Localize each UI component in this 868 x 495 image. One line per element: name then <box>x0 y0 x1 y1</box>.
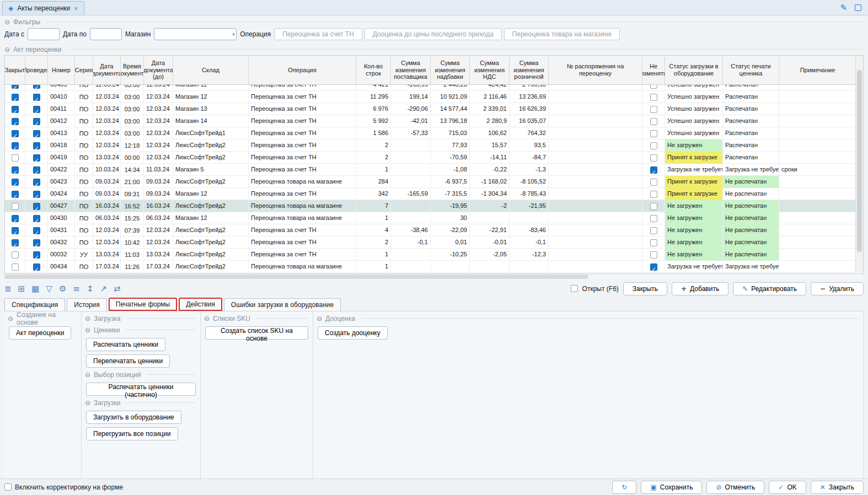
vertical-scrollbar-thumb[interactable] <box>857 70 862 252</box>
collapse-filters-icon[interactable]: ⊖ <box>4 18 10 26</box>
closed-checkbox[interactable] <box>12 263 19 271</box>
column-header[interactable]: Статус загрузки в оборудование <box>665 56 723 84</box>
posted-checkbox[interactable] <box>33 106 40 113</box>
action-button[interactable]: Акт переоценки <box>9 326 71 340</box>
no-change-checkbox[interactable] <box>650 203 657 210</box>
table-row[interactable]: 00427ПО16.03.2416:5216.03.24ЛюксСофтТрей… <box>5 200 856 212</box>
column-header[interactable]: Кол-во строк <box>356 56 391 84</box>
edit-icon[interactable]: ✎ <box>840 3 847 13</box>
posted-checkbox[interactable] <box>33 118 40 125</box>
collapse-icon[interactable]: ⊖ <box>85 399 90 407</box>
add-button[interactable]: +Добавить <box>672 282 728 295</box>
table-row[interactable]: 00432ПО12.03.2410:4212.03.24ЛюксСофтТрей… <box>5 236 856 249</box>
column-header[interactable]: Примечание <box>779 56 856 84</box>
close-button[interactable]: ✕Закрыть <box>811 481 864 494</box>
posted-checkbox[interactable] <box>33 154 40 162</box>
closed-checkbox[interactable] <box>12 227 19 234</box>
posted-checkbox[interactable] <box>33 85 40 89</box>
horizontal-scrollbar-thumb[interactable] <box>4 275 588 279</box>
no-change-checkbox[interactable] <box>650 263 657 271</box>
no-change-checkbox[interactable] <box>650 142 657 149</box>
no-change-checkbox[interactable] <box>650 154 657 162</box>
form-correction-checkbox[interactable] <box>4 483 12 491</box>
table-row[interactable]: 00424ПО09.03.2409:3109.03.24Магазин 12Пе… <box>5 188 856 200</box>
table-row[interactable]: 00413ПО12.03.2403:0012.03.24ЛюксСофтТрей… <box>5 127 856 139</box>
vertical-scrollbar[interactable] <box>855 56 863 273</box>
closed-checkbox[interactable] <box>12 130 19 137</box>
sort-list-icon[interactable]: ↕ <box>87 284 94 294</box>
closed-checkbox[interactable] <box>12 142 19 149</box>
table-row[interactable]: 00434ПО17.03.2411:2617.03.24ЛюксСофтТрей… <box>5 261 856 273</box>
chevron-down-icon[interactable]: ▾ <box>232 32 234 37</box>
posted-checkbox[interactable] <box>33 239 40 246</box>
store-input[interactable] <box>154 28 237 40</box>
tab-действия[interactable]: Действия <box>179 298 222 311</box>
closed-checkbox[interactable] <box>12 239 19 246</box>
posted-checkbox[interactable] <box>33 227 40 234</box>
table-row[interactable]: 00032УУ13.03.2411:0313.03.24ЛюксСофтТрей… <box>5 249 856 261</box>
table-row[interactable]: 00418ПО12.03.2412:1812.03.24ЛюксСофтТрей… <box>5 139 856 152</box>
cancel-button[interactable]: ⊘Отменить <box>706 481 764 494</box>
column-header[interactable]: Дата документа (до) <box>144 56 173 84</box>
tab-ошибки-загрузки-в-оборудование[interactable]: Ошибки загрузки в оборудование <box>224 298 341 311</box>
no-change-checkbox[interactable] <box>650 106 657 113</box>
closed-checkbox[interactable] <box>12 118 19 125</box>
table-row[interactable]: 00431ПО12.03.2407:3912.03.24ЛюксСофтТрей… <box>5 224 856 236</box>
numbered-list-icon[interactable]: ≡ <box>73 284 80 294</box>
posted-checkbox[interactable] <box>33 130 40 137</box>
column-header[interactable]: Серия <box>75 56 93 84</box>
column-header[interactable]: Сумма изменения розничной <box>510 56 549 84</box>
operation-filter-button[interactable]: Переоценка за счет ТН <box>274 28 362 40</box>
open-f6-checkbox[interactable] <box>571 285 578 292</box>
action-button[interactable]: Распечатать ценники <box>86 338 165 351</box>
column-header[interactable]: Время документа <box>121 56 144 84</box>
no-change-checkbox[interactable] <box>650 227 657 234</box>
column-header[interactable]: Не изменять <box>642 56 665 84</box>
table-row[interactable]: 00422ПО10.03.2414:3411.03.24Магазин 5Пер… <box>5 164 856 176</box>
save-button[interactable]: ▣Сохранить <box>641 481 702 494</box>
collapse-icon[interactable]: ⊖ <box>317 315 322 322</box>
horizontal-scrollbar[interactable] <box>4 274 864 279</box>
tab-история[interactable]: История <box>67 298 107 311</box>
closed-checkbox[interactable] <box>12 166 19 174</box>
closed-checkbox[interactable] <box>12 191 19 198</box>
closed-checkbox[interactable] <box>12 85 19 89</box>
collapse-icon[interactable]: ⊖ <box>85 326 90 334</box>
reload-grid-icon[interactable]: ⇄ <box>114 284 121 294</box>
table-row[interactable]: 00411ПО12.03.2403:0012.03.24Магазин 13Пе… <box>5 103 856 115</box>
no-change-checkbox[interactable] <box>650 85 657 89</box>
posted-checkbox[interactable] <box>33 203 40 210</box>
closed-checkbox[interactable] <box>12 154 19 162</box>
column-header[interactable]: № распоряжения на переоценку <box>549 56 642 84</box>
refresh-button[interactable]: ↻ <box>612 481 636 494</box>
closed-checkbox[interactable] <box>12 106 19 113</box>
no-change-checkbox[interactable] <box>650 191 657 198</box>
no-change-checkbox[interactable] <box>650 166 657 174</box>
ok-button[interactable]: ✓OK <box>769 481 806 494</box>
close-record-button[interactable]: Закрыть <box>623 282 667 295</box>
view-settings-icon[interactable]: ≣ <box>4 284 12 294</box>
table-view-icon[interactable]: ⊞ <box>18 284 25 294</box>
tab-akty-pereocenki[interactable]: ◈ Акты переоценки × <box>2 1 84 15</box>
date-to-input[interactable] <box>90 28 122 40</box>
closed-checkbox[interactable] <box>12 94 19 101</box>
closed-checkbox[interactable] <box>12 203 19 210</box>
no-change-checkbox[interactable] <box>650 130 657 137</box>
column-header[interactable]: Закрыт <box>5 56 25 84</box>
no-change-checkbox[interactable] <box>650 179 657 186</box>
column-header[interactable]: Номер <box>48 56 75 84</box>
table-row[interactable]: 00423ПО09.03.2421:0009.03.24ЛюксСофтТрей… <box>5 176 856 188</box>
table-row[interactable]: 00430ПО06.03.2415:2506.03.24Магазин 12Пе… <box>5 212 856 224</box>
column-header[interactable]: Склад <box>173 56 249 84</box>
column-header[interactable]: Сумма изменения надбавки <box>431 56 470 84</box>
collapse-icon[interactable]: ⊖ <box>85 371 90 379</box>
column-header[interactable]: Статус печати ценника <box>723 56 779 84</box>
posted-checkbox[interactable] <box>33 166 40 174</box>
gear-icon[interactable]: ⚙ <box>59 284 66 294</box>
no-change-checkbox[interactable] <box>650 118 657 125</box>
table-row[interactable]: 00409ПО12.03.2403:0012.03.24Магазин 11Пе… <box>5 85 856 91</box>
column-header[interactable]: Проведен <box>25 56 48 84</box>
delete-button[interactable]: −Удалить <box>811 282 864 295</box>
posted-checkbox[interactable] <box>33 142 40 149</box>
operation-filter-button[interactable]: Переоценка товара на магазине <box>504 28 620 40</box>
